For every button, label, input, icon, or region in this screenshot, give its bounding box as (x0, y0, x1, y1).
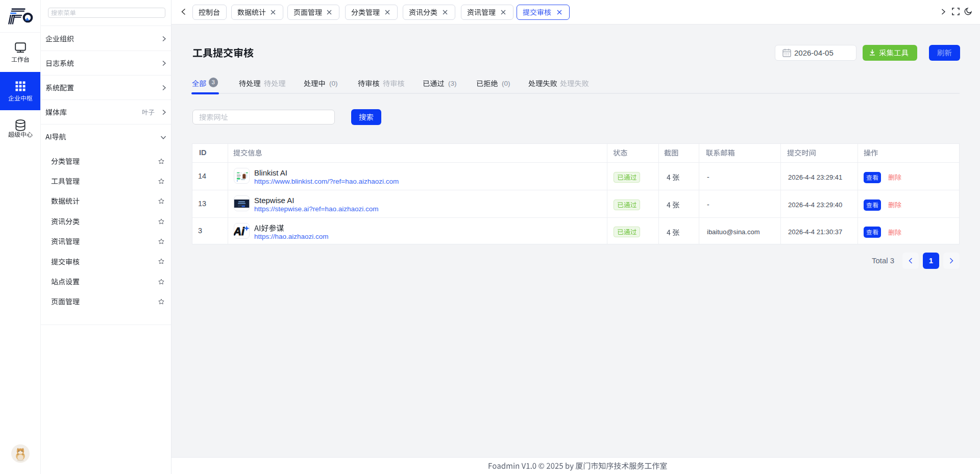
svg-text:Ai: Ai (234, 226, 245, 238)
